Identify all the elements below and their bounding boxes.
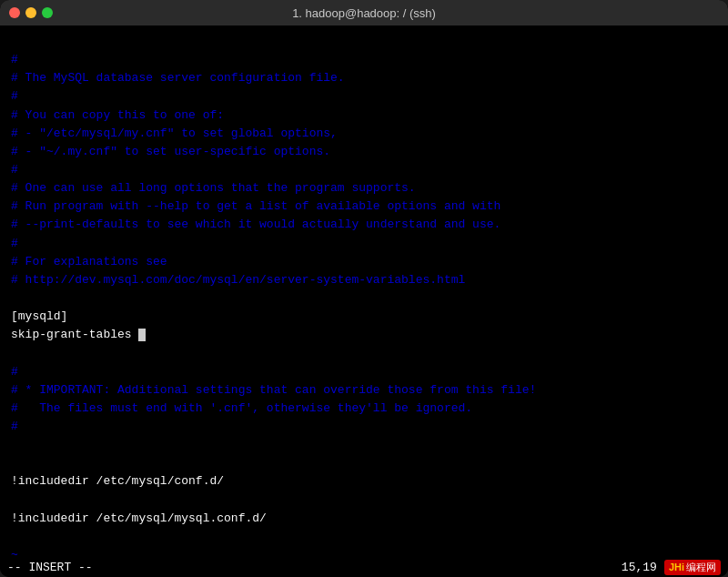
line-skip-grant: skip-grant-tables <box>11 328 138 341</box>
watermark-text: 编程网 <box>686 561 716 574</box>
statusbar: -- INSERT -- 15,19 JHi 编程网 <box>0 557 728 577</box>
titlebar: 1. hadoop@hadoop: / (ssh) <box>0 0 728 25</box>
close-button[interactable] <box>9 7 20 18</box>
terminal-window: 1. hadoop@hadoop: / (ssh) # # The MySQL … <box>0 0 728 577</box>
vim-mode: -- INSERT -- <box>7 561 93 574</box>
maximize-button[interactable] <box>42 7 53 18</box>
line-comment-2: # # * IMPORTANT: Additional settings tha… <box>11 365 536 433</box>
line-includedir-2: !includedir /etc/mysql/mysql.conf.d/ <box>11 511 267 525</box>
watermark-badge: JHi 编程网 <box>664 560 721 575</box>
line-1: # # The MySQL database server configurat… <box>11 53 500 287</box>
line-includedir-1: !includedir /etc/mysql/conf.d/ <box>11 474 224 488</box>
traffic-lights <box>9 7 53 18</box>
status-right: 15,19 JHi 编程网 <box>622 560 721 575</box>
text-cursor <box>138 329 146 341</box>
window-title: 1. hadoop@hadoop: / (ssh) <box>292 6 436 20</box>
cursor-position: 15,19 <box>622 561 657 574</box>
minimize-button[interactable] <box>25 7 36 18</box>
terminal-content[interactable]: # # The MySQL database server configurat… <box>0 25 728 557</box>
terminal-text-area: # # The MySQL database server configurat… <box>11 33 717 557</box>
watermark-brand: JHi <box>669 562 684 572</box>
line-tilde-1: ~ <box>11 548 18 557</box>
line-mysqld: [mysqld] <box>11 309 67 323</box>
